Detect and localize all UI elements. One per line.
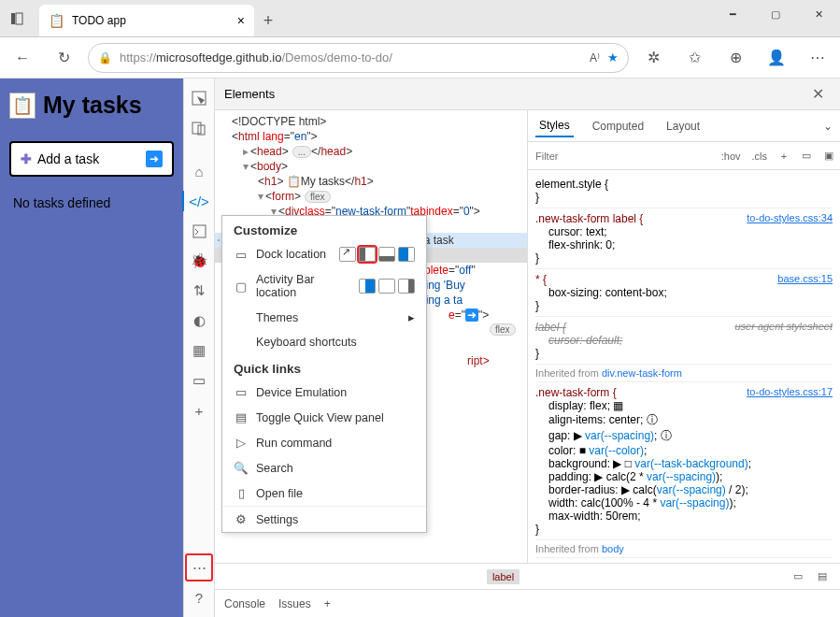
sources-tool-icon[interactable]: 🐞 (185, 247, 213, 275)
panel-icon: ▤ (234, 410, 249, 424)
window-titlebar: 📋 TODO app × + ━ ▢ ✕ (0, 0, 840, 37)
url-text: https://microsoftedge.github.io/Demos/de… (120, 50, 582, 65)
tab-computed[interactable]: Computed (589, 116, 648, 136)
svg-rect-5 (193, 225, 206, 237)
svg-rect-3 (192, 122, 201, 134)
more-button[interactable]: ⋯ (801, 41, 834, 75)
memory-tool-icon[interactable]: ▦ (185, 337, 213, 365)
new-rule-icon[interactable]: + (773, 151, 795, 162)
activity-right-option[interactable] (398, 279, 415, 294)
source-link[interactable]: to-do-styles.css:17 (747, 386, 833, 397)
lock-icon: 🔒 (98, 51, 112, 65)
open-file-item[interactable]: ▯ Open file (222, 481, 426, 506)
add-drawer-tab[interactable]: + (324, 597, 331, 610)
tab-actions-button[interactable] (0, 0, 34, 36)
customize-popup: Customize ▭ Dock location ▢ Activity Bar… (221, 215, 427, 533)
devtools-activity-bar: ⌂ </> 🐞 ⇅ ◐ ▦ ▭ + ⋯ ? (183, 79, 215, 617)
chevron-down-icon[interactable]: ⌄ (823, 120, 833, 133)
device-toolbar-icon[interactable] (185, 114, 213, 142)
maximize-button[interactable]: ▢ (754, 0, 797, 28)
add-task-label: Add a task (37, 151, 99, 166)
console-tool-icon[interactable] (185, 217, 213, 245)
inspect-icon[interactable] (185, 84, 213, 112)
settings-item[interactable]: ⚙ Settings (222, 506, 426, 532)
extensions-button[interactable]: ✲ (636, 41, 670, 75)
dock-bottom-option[interactable] (378, 247, 395, 262)
performance-tool-icon[interactable]: ◐ (185, 307, 213, 335)
styles-rules[interactable]: element.style {} to-do-styles.css:34 .ne… (528, 170, 840, 563)
application-tool-icon[interactable]: ▭ (185, 366, 213, 395)
styles-filter-row: :hov .cls + ▭ ▣ (528, 142, 840, 170)
favorites-button[interactable]: ✩ (677, 41, 711, 75)
close-window-button[interactable]: ✕ (797, 0, 840, 28)
plus-icon: ✚ (21, 151, 32, 166)
source-link[interactable]: to-do-styles.css:34 (747, 212, 833, 223)
play-icon: ▷ (234, 436, 249, 450)
toggle-quickview-item[interactable]: ▤ Toggle Quick View panel (222, 405, 426, 430)
dock-location-item[interactable]: ▭ Dock location (222, 241, 426, 267)
read-aloud-icon[interactable]: A⁾ (590, 51, 600, 65)
page-title: 📋 My tasks (9, 92, 174, 119)
source-link[interactable]: base.css:15 (777, 273, 833, 284)
activity-top-option[interactable] (378, 279, 395, 294)
keyboard-shortcuts-item[interactable]: Keyboard shortcuts (222, 330, 426, 354)
close-tab-icon[interactable]: × (237, 13, 245, 28)
favorite-icon[interactable]: ★ (607, 50, 619, 65)
rendering-icon[interactable]: ▣ (818, 150, 840, 162)
refresh-button[interactable]: ↻ (47, 41, 80, 75)
new-tab-button[interactable]: + (254, 5, 282, 36)
breadcrumb-label[interactable]: label (487, 569, 520, 584)
help-icon[interactable]: ? (185, 583, 213, 611)
minimize-button[interactable]: ━ (711, 0, 754, 28)
run-command-item[interactable]: ▷ Run command (222, 430, 426, 455)
customize-button[interactable]: ⋯ (185, 553, 213, 581)
panel-icon[interactable]: ▤ (812, 570, 833, 582)
submit-arrow-icon[interactable]: ➜ (146, 151, 163, 167)
elements-tab[interactable]: Elements (224, 87, 275, 101)
dock-undock-option[interactable] (339, 247, 356, 262)
collections-button[interactable]: ⊕ (719, 41, 752, 75)
activity-left-option[interactable] (359, 279, 376, 294)
browser-tab[interactable]: 📋 TODO app × (39, 5, 254, 36)
tab-styles[interactable]: Styles (535, 115, 574, 137)
dock-left-option[interactable] (359, 247, 376, 262)
window-controls: ━ ▢ ✕ (711, 0, 840, 36)
issues-tab[interactable]: Issues (278, 597, 311, 610)
activity-bar-location-item[interactable]: ▢ Activity Bar location (222, 267, 426, 305)
tab-layout[interactable]: Layout (662, 116, 704, 136)
chevron-right-icon: ▸ (408, 310, 415, 324)
computed-toggle-icon[interactable]: ▭ (795, 150, 818, 162)
hov-toggle[interactable]: :hov (716, 151, 747, 162)
devtools-drawer: Console Issues + (215, 589, 840, 617)
browser-toolbar: ← ↻ 🔒 https://microsoftedge.github.io/De… (0, 37, 840, 79)
svg-rect-1 (16, 13, 22, 24)
popup-section-title: Quick links (222, 354, 426, 380)
dom-breadcrumb[interactable]: label ▭ ▤ (215, 563, 840, 589)
cls-toggle[interactable]: .cls (747, 151, 774, 162)
back-button[interactable]: ← (6, 41, 39, 75)
device-emulation-item[interactable]: ▭ Device Emulation (222, 380, 426, 405)
layout-icon: ▢ (234, 280, 249, 294)
dock-icon[interactable]: ▭ (788, 570, 808, 582)
search-item[interactable]: 🔍 Search (222, 455, 426, 481)
add-task-input[interactable]: ✚ Add a task ➜ (9, 141, 174, 177)
network-tool-icon[interactable]: ⇅ (185, 277, 213, 305)
doctype-node: <!DOCTYPE html> (232, 115, 326, 128)
popup-section-title: Customize (222, 216, 426, 241)
styles-tabs: Styles Computed Layout ⌄ (528, 110, 840, 142)
profile-button[interactable]: 👤 (760, 41, 793, 75)
devtools-tabbar: Elements ✕ (215, 79, 840, 110)
dock-right-option[interactable] (398, 247, 415, 262)
address-bar[interactable]: 🔒 https://microsoftedge.github.io/Demos/… (88, 43, 629, 73)
dock-icon: ▭ (234, 248, 249, 262)
add-tool-button[interactable]: + (185, 396, 213, 424)
close-devtools-button[interactable]: ✕ (804, 81, 831, 108)
file-icon: ▯ (234, 486, 249, 500)
elements-tool-icon[interactable]: </> (185, 187, 213, 215)
filter-input[interactable] (528, 151, 716, 162)
welcome-icon[interactable]: ⌂ (185, 157, 213, 185)
separator (185, 144, 213, 155)
themes-item[interactable]: Themes ▸ (222, 305, 426, 330)
styles-sidebar: Styles Computed Layout ⌄ :hov .cls + ▭ ▣… (528, 110, 840, 563)
console-tab[interactable]: Console (224, 597, 265, 610)
